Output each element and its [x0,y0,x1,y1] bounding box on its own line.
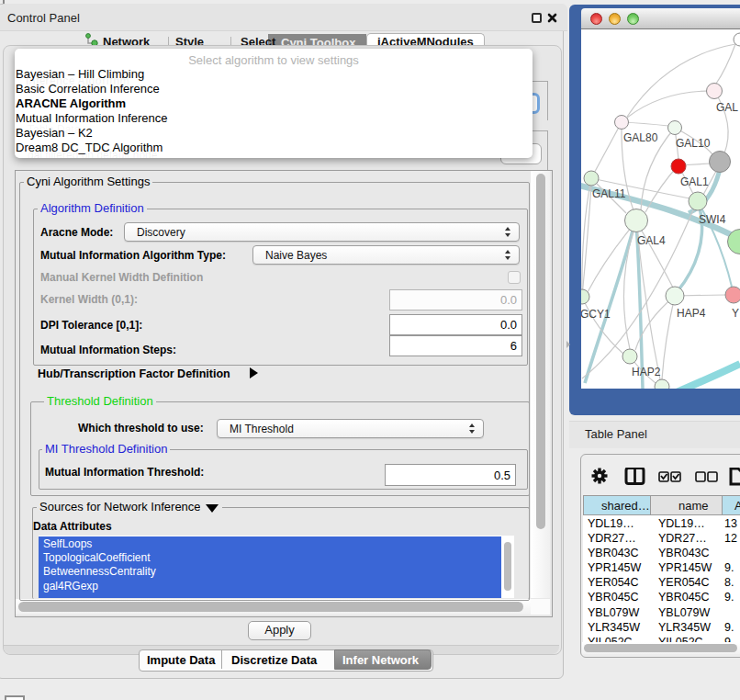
svg-text:GAL1: GAL1 [680,175,709,188]
svg-text:Y: Y [732,307,739,320]
svg-text:GAL: GAL [716,101,738,114]
svg-text:SWI4: SWI4 [699,213,726,226]
svg-text:GCY1: GCY1 [581,308,611,321]
svg-text:HAP4: HAP4 [677,307,706,320]
svg-text:GAL11: GAL11 [592,187,626,200]
svg-text:HAP2: HAP2 [632,366,661,378]
svg-text:GAL10: GAL10 [676,137,711,150]
svg-text:GAL80: GAL80 [623,131,658,144]
svg-text:GAL4: GAL4 [637,234,666,247]
